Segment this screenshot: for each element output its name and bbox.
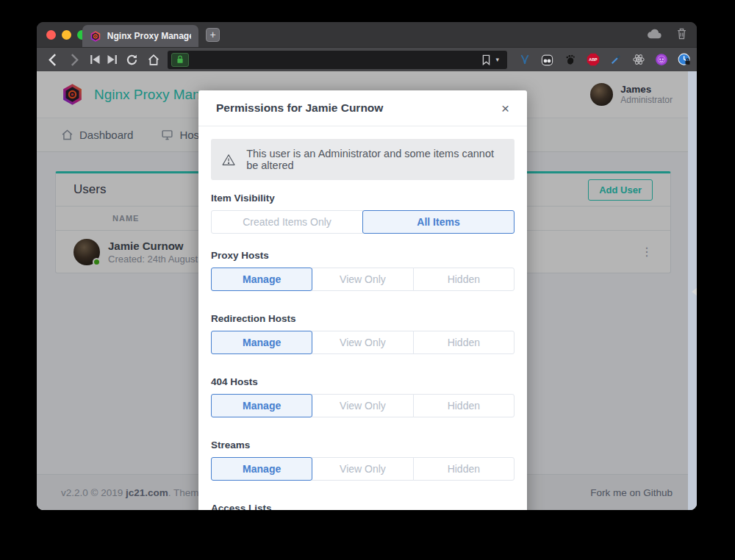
section-label: 404 Hosts [211, 376, 514, 387]
bookmark-icon[interactable] [481, 54, 491, 65]
browser-tab[interactable]: Nginx Proxy Manager [82, 25, 198, 47]
url-bar[interactable]: ▾ [168, 51, 507, 69]
page-viewport: Nginx Proxy Manager James Administrator … [37, 71, 697, 510]
ssl-padlock-icon[interactable] [171, 53, 189, 67]
extension-buttons: ABP [518, 53, 691, 66]
pen-extension-icon[interactable] [609, 53, 623, 66]
option-hidden[interactable]: Hidden [413, 394, 514, 417]
browser-window: Nginx Proxy Manager + [37, 22, 697, 510]
history-cleaner-extension-icon[interactable] [678, 53, 691, 66]
option-all-items[interactable]: All Items [362, 210, 514, 234]
option-hidden[interactable]: Hidden [413, 457, 514, 481]
purple-extension-icon[interactable] [655, 53, 668, 66]
option-hidden[interactable]: Hidden [413, 268, 514, 291]
section-label: Access Lists [211, 503, 514, 510]
section-label: Redirection Hosts [211, 313, 514, 324]
option-manage[interactable]: Manage [211, 457, 312, 481]
close-window-button[interactable] [46, 30, 56, 40]
option-view-only[interactable]: View Only [312, 394, 413, 417]
perm-section-streams: Streams Manage View Only Hidden [211, 439, 514, 481]
visibility-options: Created Items Only All Items [211, 210, 514, 234]
window-controls [46, 30, 87, 40]
admin-warning-alert: This user is an Administrator and some i… [211, 139, 514, 180]
first-page-icon[interactable] [87, 51, 104, 68]
option-view-only[interactable]: View Only [312, 457, 413, 481]
section-label: Streams [211, 439, 514, 450]
svg-text:ABP: ABP [589, 57, 598, 62]
gnome-foot-extension-icon[interactable] [564, 53, 577, 66]
option-manage[interactable]: Manage [211, 268, 312, 291]
fork-extension-icon[interactable] [518, 53, 531, 66]
minimize-window-button[interactable] [62, 30, 71, 40]
warning-triangle-icon [222, 153, 235, 167]
last-page-icon[interactable] [104, 51, 121, 68]
reload-button[interactable] [123, 51, 140, 68]
option-view-only[interactable]: View Only [312, 331, 413, 354]
browser-tab-bar: Nginx Proxy Manager + [37, 22, 697, 47]
perm-section-access-lists: Access Lists Manage View Only Hidden [211, 503, 514, 510]
perm-section-redirection-hosts: Redirection Hosts Manage View Only Hidde… [211, 313, 514, 354]
back-button[interactable] [44, 51, 61, 68]
modal-title: Permissions for Jamie Curnow [216, 101, 383, 115]
perm-section-404-hosts: 404 Hosts Manage View Only Hidden [211, 376, 514, 417]
warning-text: This user is an Administrator and some i… [246, 148, 503, 171]
visibility-label: Item Visibility [211, 193, 514, 204]
desktop: Nginx Proxy Manager + [0, 0, 735, 560]
close-icon[interactable]: × [501, 101, 509, 115]
npm-favicon-icon [90, 30, 101, 43]
panel-collapse-arrow[interactable] [692, 287, 697, 296]
trash-icon[interactable] [677, 28, 686, 40]
option-view-only[interactable]: View Only [312, 268, 413, 291]
option-manage[interactable]: Manage [211, 331, 312, 354]
robot-extension-icon[interactable] [541, 53, 554, 66]
atom-extension-icon[interactable] [632, 53, 645, 66]
perm-section-proxy-hosts: Proxy Hosts Manage View Only Hidden [211, 250, 514, 291]
section-label: Proxy Hosts [211, 250, 514, 261]
browser-toolbar: ▾ ABP [37, 47, 697, 71]
bookmarks-dropdown-icon[interactable]: ▾ [495, 56, 499, 63]
tab-title: Nginx Proxy Manager [107, 31, 191, 41]
permissions-modal: Permissions for Jamie Curnow × This user… [198, 90, 527, 510]
forward-button[interactable] [66, 51, 83, 68]
option-hidden[interactable]: Hidden [413, 331, 514, 354]
option-manage[interactable]: Manage [211, 394, 312, 417]
new-tab-button[interactable]: + [206, 28, 220, 42]
adblock-plus-extension-icon[interactable]: ABP [587, 53, 600, 66]
home-button[interactable] [146, 51, 162, 68]
cloud-icon[interactable] [647, 29, 662, 39]
option-created-items-only[interactable]: Created Items Only [211, 210, 363, 234]
